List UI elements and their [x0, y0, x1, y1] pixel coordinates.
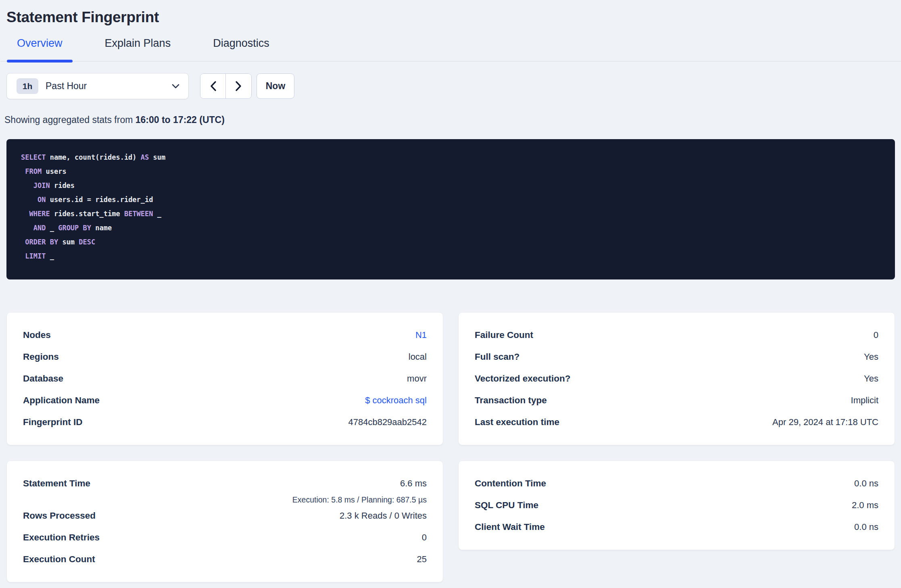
stat-row: Vectorized execution?Yes	[475, 368, 878, 390]
tab-diagnostics[interactable]: Diagnostics	[203, 37, 279, 61]
stat-value: Yes	[864, 352, 878, 362]
stat-label: Transaction type	[475, 395, 547, 406]
stat-row: NodesN1	[23, 324, 427, 346]
stat-row: Rows Processed2.3 k Reads / 0 Writes	[23, 505, 427, 527]
time-toolbar: 1h Past Hour Now	[6, 73, 895, 99]
stat-value: 4784cb829aab2542	[348, 417, 427, 427]
stat-value: Apr 29, 2024 at 17:18 UTC	[772, 417, 878, 427]
sql-line: LIMIT _	[21, 249, 880, 263]
stat-label: Contention Time	[475, 478, 546, 489]
stat-value-wrap: 2.3 k Reads / 0 Writes	[340, 511, 427, 521]
stat-label: Execution Retries	[23, 532, 100, 543]
card-wait-times: Contention Time0.0 nsSQL CPU Time2.0 msC…	[458, 461, 895, 550]
time-nav-group	[200, 73, 252, 99]
tab-overview[interactable]: Overview	[7, 37, 73, 61]
stat-value: 2.0 ms	[852, 500, 878, 511]
card-execution-attributes: Failure Count0Full scan?YesVectorized ex…	[458, 312, 895, 445]
sql-line: JOIN rides	[21, 179, 880, 193]
aggregated-stats-summary: Showing aggregated stats from 16:00 to 1…	[4, 115, 895, 125]
time-range-label: Past Hour	[46, 81, 172, 92]
stat-value-wrap: Implicit	[851, 395, 878, 406]
tab-diagnostics-label: Diagnostics	[213, 37, 269, 49]
tab-explain-plans[interactable]: Explain Plans	[95, 37, 181, 61]
stat-value-link[interactable]: N1	[415, 330, 427, 340]
stat-label: Application Name	[23, 395, 100, 406]
chevron-right-icon	[235, 81, 242, 92]
stat-value: 0	[874, 330, 878, 340]
stat-label: Regions	[23, 352, 59, 362]
tab-bar: Overview Explain Plans Diagnostics	[0, 37, 901, 62]
stat-row: Databasemovr	[23, 368, 427, 390]
stat-value: 6.6 ms	[292, 473, 427, 494]
summary-range: 16:00 to 17:22 (UTC)	[136, 115, 225, 125]
stats-cards: NodesN1RegionslocalDatabasemovrApplicati…	[6, 312, 895, 588]
now-button[interactable]: Now	[257, 73, 294, 99]
time-range-badge: 1h	[17, 78, 38, 94]
stat-row: Transaction typeImplicit	[475, 390, 878, 411]
stat-label: Execution Count	[23, 554, 95, 565]
sql-line: ON users.id = rides.rider_id	[21, 193, 880, 207]
stat-value-wrap: movr	[407, 373, 427, 384]
summary-prefix: Showing aggregated stats from	[4, 115, 136, 125]
stat-row: Statement Time6.6 msExecution: 5.8 ms / …	[23, 473, 427, 505]
sql-line: WHERE rides.start_time BETWEEN _	[21, 207, 880, 221]
stat-value-wrap: Yes	[864, 352, 878, 362]
stat-value-wrap: Yes	[864, 373, 878, 384]
stat-value-wrap: local	[409, 352, 427, 362]
stat-label: Vectorized execution?	[475, 373, 571, 384]
stat-label: Database	[23, 373, 63, 384]
stat-label: SQL CPU Time	[475, 500, 538, 511]
stat-row: Failure Count0	[475, 324, 878, 346]
page-title: Statement Fingerprint	[6, 9, 895, 26]
stat-value-wrap: 6.6 msExecution: 5.8 ms / Planning: 687.…	[292, 473, 427, 505]
stat-value: movr	[407, 373, 427, 384]
stat-value: 0.0 ns	[854, 478, 878, 489]
card-statement-timing: Statement Time6.6 msExecution: 5.8 ms / …	[6, 461, 443, 582]
stat-value-wrap: 0.0 ns	[854, 478, 878, 489]
stat-value-wrap: 0	[422, 532, 427, 543]
stat-row: Regionslocal	[23, 346, 427, 368]
tab-overview-label: Overview	[17, 37, 63, 49]
prev-range-button[interactable]	[200, 74, 226, 98]
stat-label: Fingerprint ID	[23, 417, 83, 427]
sql-line: SELECT name, count(rides.id) AS sum	[21, 150, 880, 165]
stat-value: Yes	[864, 373, 878, 384]
chevron-left-icon	[210, 81, 217, 92]
stat-row: SQL CPU Time2.0 ms	[475, 494, 878, 516]
stat-value-link[interactable]: $ cockroach sql	[365, 395, 427, 406]
stat-value: Implicit	[851, 395, 878, 406]
stat-value-wrap: 25	[417, 554, 427, 565]
stat-row: Full scan?Yes	[475, 346, 878, 368]
stat-label: Last execution time	[475, 417, 559, 427]
sql-line: FROM users	[21, 165, 880, 179]
stat-row: Client Wait Time0.0 ns	[475, 516, 878, 538]
stat-row: Execution Retries0	[23, 527, 427, 548]
stat-value-wrap: 2.0 ms	[852, 500, 878, 511]
stat-value-wrap: N1	[415, 330, 427, 340]
time-range-picker[interactable]: 1h Past Hour	[6, 73, 189, 99]
stat-row: Last execution timeApr 29, 2024 at 17:18…	[475, 411, 878, 433]
stat-value: 25	[417, 554, 427, 565]
stat-value-wrap: 4784cb829aab2542	[348, 417, 427, 427]
stat-label: Full scan?	[475, 352, 519, 362]
stat-value-detail: Execution: 5.8 ms / Planning: 687.5 µs	[292, 494, 427, 505]
stat-label: Nodes	[23, 330, 51, 340]
stat-label: Client Wait Time	[475, 522, 545, 532]
sql-line: ORDER BY sum DESC	[21, 235, 880, 249]
stat-row: Fingerprint ID4784cb829aab2542	[23, 411, 427, 433]
chevron-down-icon	[172, 84, 179, 89]
stat-label: Statement Time	[23, 473, 90, 494]
next-range-button[interactable]	[226, 74, 251, 98]
stat-row: Execution Count25	[23, 548, 427, 570]
stat-value-wrap: $ cockroach sql	[365, 395, 427, 406]
stat-row: Application Name$ cockroach sql	[23, 390, 427, 411]
stat-row: Contention Time0.0 ns	[475, 473, 878, 494]
tab-explain-plans-label: Explain Plans	[105, 37, 171, 49]
stat-label: Rows Processed	[23, 511, 96, 521]
stat-value: 2.3 k Reads / 0 Writes	[340, 511, 427, 521]
sql-line: AND _ GROUP BY name	[21, 221, 880, 235]
stat-value-wrap: 0	[874, 330, 878, 340]
stat-value: local	[409, 352, 427, 362]
stat-label: Failure Count	[475, 330, 533, 340]
stat-value-wrap: Apr 29, 2024 at 17:18 UTC	[772, 417, 878, 427]
